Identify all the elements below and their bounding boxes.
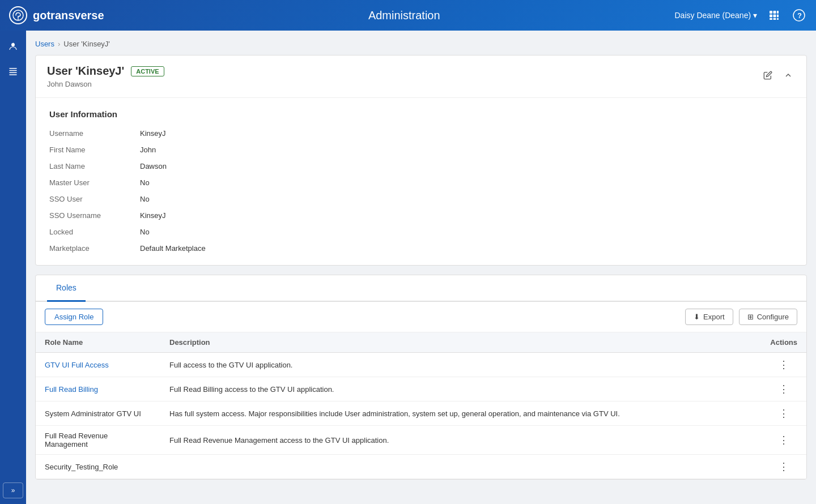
role-name-cell: GTV UI Full Access <box>36 353 160 377</box>
role-description-cell: Has full system access. Major responsibi… <box>160 402 761 426</box>
more-actions-icon[interactable]: ⋮ <box>770 383 797 395</box>
role-description-cell <box>160 455 761 479</box>
collapse-button[interactable] <box>781 69 795 84</box>
svg-rect-4 <box>777 11 779 14</box>
role-description-cell: Full access to the GTV UI application. <box>160 353 761 377</box>
more-actions-icon[interactable]: ⋮ <box>770 460 797 473</box>
svg-point-1 <box>18 19 19 20</box>
info-label: Username <box>49 128 140 139</box>
role-name-link[interactable]: Full Read Billing <box>45 385 98 394</box>
svg-rect-5 <box>770 15 772 18</box>
info-value: KinseyJ <box>140 210 793 221</box>
export-button[interactable]: ⬇ Export <box>685 309 733 325</box>
svg-rect-8 <box>770 18 772 20</box>
header-right: Daisy Deane (Deane) ▾ ? <box>674 7 807 23</box>
user-card: User 'KinseyJ' ACTIVE John Dawson <box>35 55 807 266</box>
grid-icon[interactable] <box>766 7 782 23</box>
breadcrumb-users-link[interactable]: Users <box>35 40 54 48</box>
sidebar-item-user[interactable] <box>3 36 23 57</box>
tabs: Roles <box>36 275 806 302</box>
app-header: gotransverse Administration Daisy Deane … <box>0 0 816 31</box>
info-value: No <box>140 177 793 188</box>
svg-rect-2 <box>770 11 772 14</box>
table-row: Full Read BillingFull Read Billing acces… <box>36 377 806 402</box>
role-name-cell: System Administrator GTV UI <box>36 402 160 426</box>
help-icon[interactable]: ? <box>791 7 807 23</box>
role-name-cell: Full Read Revenue Management <box>36 426 160 455</box>
info-value: Default Marketplace <box>140 243 793 254</box>
info-value: No <box>140 227 793 237</box>
role-name-link[interactable]: GTV UI Full Access <box>45 361 109 369</box>
info-label: First Name <box>49 144 140 155</box>
svg-rect-17 <box>9 74 17 75</box>
svg-rect-3 <box>774 11 776 14</box>
more-actions-icon[interactable]: ⋮ <box>770 358 797 371</box>
sidebar-item-list[interactable] <box>3 61 23 82</box>
table-row: System Administrator GTV UIHas full syst… <box>36 402 806 426</box>
col-role-name: Role Name <box>36 332 160 353</box>
user-info-section: User Information UsernameKinseyJFirst Na… <box>36 98 806 265</box>
role-description-cell: Full Read Revenue Management access to t… <box>160 426 761 455</box>
sidebar: » <box>0 31 26 504</box>
svg-point-13 <box>11 43 15 46</box>
role-actions-cell: ⋮ <box>761 353 806 377</box>
svg-rect-14 <box>9 68 17 69</box>
configure-icon: ⊞ <box>747 313 754 321</box>
configure-button[interactable]: ⊞ Configure <box>739 309 797 325</box>
export-icon: ⬇ <box>694 313 700 321</box>
role-name-cell: Security_Testing_Role <box>36 455 160 479</box>
more-actions-icon[interactable]: ⋮ <box>770 434 797 446</box>
role-actions-cell: ⋮ <box>761 426 806 455</box>
user-card-title: User 'KinseyJ' ACTIVE <box>47 65 164 78</box>
card-actions <box>761 69 795 84</box>
info-value: No <box>140 194 793 204</box>
breadcrumb-separator: › <box>58 40 60 48</box>
svg-rect-7 <box>777 15 779 18</box>
info-value: KinseyJ <box>140 128 793 139</box>
user-card-header: User 'KinseyJ' ACTIVE John Dawson <box>36 55 806 98</box>
table-row: Security_Testing_Role⋮ <box>36 455 806 479</box>
table-row: Full Read Revenue ManagementFull Read Re… <box>36 426 806 455</box>
more-actions-icon[interactable]: ⋮ <box>770 407 797 420</box>
info-label: Locked <box>49 227 140 237</box>
role-actions-cell: ⋮ <box>761 377 806 402</box>
status-badge: ACTIVE <box>131 66 164 76</box>
table-row: GTV UI Full AccessFull access to the GTV… <box>36 353 806 377</box>
info-label: SSO Username <box>49 210 140 221</box>
roles-table: Role Name Description Actions GTV UI Ful… <box>36 332 806 479</box>
role-description-cell: Full Read Billing access to the GTV UI a… <box>160 377 761 402</box>
table-header: Role Name Description Actions <box>36 332 806 353</box>
sidebar-expand-button[interactable]: » <box>3 482 23 498</box>
svg-rect-15 <box>9 70 17 71</box>
assign-role-button[interactable]: Assign Role <box>45 309 103 325</box>
table-header-row: Role Name Description Actions <box>36 332 806 353</box>
user-card-title-block: User 'KinseyJ' ACTIVE John Dawson <box>47 65 164 88</box>
table-body: GTV UI Full AccessFull access to the GTV… <box>36 353 806 479</box>
user-info-grid: UsernameKinseyJFirst NameJohnLast NameDa… <box>49 128 793 254</box>
role-name-cell: Full Read Billing <box>36 377 160 402</box>
svg-text:?: ? <box>797 11 802 20</box>
info-label: Marketplace <box>49 243 140 254</box>
app-name: gotransverse <box>33 9 104 22</box>
svg-rect-10 <box>777 18 779 20</box>
tab-roles[interactable]: Roles <box>47 275 86 302</box>
role-actions-cell: ⋮ <box>761 402 806 426</box>
info-label: Master User <box>49 177 140 188</box>
toolbar-right: ⬇ Export ⊞ Configure <box>685 309 797 325</box>
info-label: Last Name <box>49 161 140 172</box>
edit-button[interactable] <box>761 69 775 84</box>
info-value: John <box>140 144 793 155</box>
main-content: Users › User 'KinseyJ' User 'KinseyJ' AC… <box>26 31 816 504</box>
svg-rect-9 <box>774 18 776 20</box>
user-card-subtitle: John Dawson <box>47 80 164 88</box>
roles-card: Roles Assign Role ⬇ Export ⊞ Configure R… <box>35 275 807 480</box>
breadcrumb-current: User 'KinseyJ' <box>63 40 110 48</box>
info-value: Dawson <box>140 161 793 172</box>
info-label: SSO User <box>49 194 140 204</box>
roles-toolbar: Assign Role ⬇ Export ⊞ Configure <box>36 302 806 332</box>
logo-icon <box>9 6 27 24</box>
svg-rect-16 <box>9 72 17 74</box>
user-menu[interactable]: Daisy Deane (Deane) ▾ <box>674 11 757 20</box>
page-title: Administration <box>134 9 674 22</box>
role-actions-cell: ⋮ <box>761 455 806 479</box>
